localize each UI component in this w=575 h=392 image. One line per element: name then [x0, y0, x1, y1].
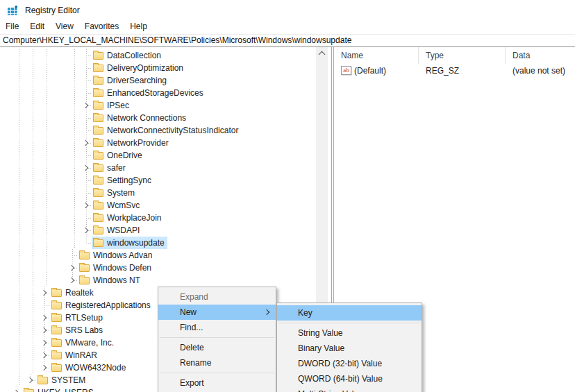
- tree-guide-line: [26, 274, 40, 287]
- column-header-name[interactable]: Name: [334, 47, 419, 64]
- tree-item-windows-nt[interactable]: Windows NT: [0, 274, 316, 287]
- expand-chevron-icon[interactable]: [40, 349, 50, 361]
- context-menu-item-delete[interactable]: Delete: [158, 340, 276, 355]
- tree-key[interactable]: NetworkProvider: [92, 137, 172, 149]
- tree-guide-line: [54, 174, 68, 187]
- context-menu: ExpandNewFind...DeleteRenameExportPermis…: [158, 287, 276, 392]
- folder-icon: [79, 264, 90, 272]
- tree-item-ipsec[interactable]: IPSec: [0, 99, 316, 112]
- submenu-item-binary-value[interactable]: Binary Value: [277, 341, 422, 356]
- context-menu-item-rename[interactable]: Rename: [158, 355, 276, 370]
- tree-item-enhancedstoragedevices[interactable]: EnhancedStorageDevices: [0, 87, 316, 99]
- context-menu-item-new[interactable]: New: [158, 305, 276, 320]
- tree-key[interactable]: SRS Labs: [50, 324, 106, 336]
- tree-key[interactable]: DriverSearching: [92, 74, 169, 87]
- tree-key[interactable]: WSDAPI: [92, 224, 142, 237]
- submenu-item-dword-32-bit-value[interactable]: DWORD (32-bit) Value: [277, 356, 422, 371]
- tree-key[interactable]: NetworkConnectivityStatusIndicator: [92, 124, 241, 137]
- folder-icon: [51, 314, 62, 322]
- tree-key[interactable]: Windows Defen: [78, 262, 154, 274]
- tree-key[interactable]: WcmSvc: [92, 199, 142, 212]
- tree-item-safer[interactable]: safer: [0, 162, 316, 174]
- expand-chevron-icon[interactable]: [82, 199, 92, 212]
- tree-key[interactable]: SYSTEM: [36, 374, 88, 386]
- expand-chevron-icon[interactable]: [68, 262, 78, 274]
- menu-help[interactable]: Help: [124, 21, 153, 33]
- menu-file[interactable]: File: [0, 21, 24, 33]
- tree-key[interactable]: VMware, Inc.: [50, 336, 117, 349]
- expand-chevron-icon[interactable]: [12, 386, 22, 392]
- tree-key[interactable]: EnhancedStorageDevices: [92, 87, 206, 99]
- tree-item-windows-advan[interactable]: Windows Advan: [0, 249, 316, 262]
- submenu-item-string-value[interactable]: String Value: [277, 325, 422, 341]
- submenu-item-key[interactable]: Key: [277, 305, 422, 321]
- tree-key[interactable]: IPSec: [92, 99, 132, 112]
- tree-item-label: HKEY_USERS: [34, 388, 94, 392]
- tree-key[interactable]: System: [92, 187, 138, 199]
- tree-item-onedrive[interactable]: OneDrive: [0, 149, 316, 162]
- folder-icon: [24, 389, 34, 392]
- expand-chevron-icon[interactable]: [40, 324, 50, 336]
- tree-item-wcmsvc[interactable]: WcmSvc: [0, 199, 316, 212]
- tree-key[interactable]: Windows NT: [78, 274, 143, 287]
- submenu-item-multi-string-value[interactable]: Multi-String Value: [277, 386, 422, 392]
- tree-guide-line: [40, 249, 54, 262]
- selected-key[interactable]: windowsupdate: [92, 237, 167, 249]
- tree-key[interactable]: HKEY_USERS: [22, 386, 97, 392]
- tree-key[interactable]: DeliveryOptimization: [92, 62, 186, 74]
- tree-item-system[interactable]: System: [0, 187, 316, 199]
- tree-guide-line: [12, 199, 26, 212]
- tree-key[interactable]: WinRAR: [50, 349, 100, 361]
- expand-chevron-icon[interactable]: [40, 312, 50, 324]
- tree-item-windows-defen[interactable]: Windows Defen: [0, 262, 316, 274]
- tree-key[interactable]: DataCollection: [92, 49, 164, 62]
- menu-view[interactable]: View: [50, 21, 79, 33]
- value-row-default[interactable]: ab (Default) REG_SZ (value not set): [334, 64, 575, 77]
- tree-key[interactable]: RTLSetup: [50, 312, 106, 324]
- tree-item-windowsupdate[interactable]: windowsupdate: [0, 237, 316, 249]
- scroll-up-button[interactable]: [316, 47, 328, 59]
- tree-key[interactable]: Windows Advan: [78, 249, 155, 262]
- column-header-data[interactable]: Data: [506, 47, 575, 64]
- tree-key[interactable]: Network Connections: [92, 112, 189, 124]
- expand-chevron-icon[interactable]: [40, 361, 50, 374]
- address-input[interactable]: [0, 35, 575, 46]
- expand-chevron-icon[interactable]: [40, 336, 50, 349]
- tree-guide-line: [40, 99, 54, 112]
- tree-key[interactable]: Realtek: [50, 287, 97, 299]
- expand-chevron-icon[interactable]: [26, 374, 36, 386]
- tree-item-label: RTLSetup: [62, 313, 103, 323]
- tree-item-deliveryoptimization[interactable]: DeliveryOptimization: [0, 62, 316, 74]
- expand-chevron-icon[interactable]: [82, 137, 92, 149]
- tree-item-wsdapi[interactable]: WSDAPI: [0, 224, 316, 237]
- tree-guide-line: [68, 149, 82, 162]
- expand-chevron-icon[interactable]: [40, 287, 50, 299]
- menu-edit[interactable]: Edit: [24, 21, 50, 33]
- tree-item-driversearching[interactable]: DriverSearching: [0, 74, 316, 87]
- tree-item-workplacejoin[interactable]: WorkplaceJoin: [0, 212, 316, 224]
- tree-guide-line: [68, 212, 82, 224]
- submenu-item-qword-64-bit-value[interactable]: QWORD (64-bit) Value: [277, 371, 422, 386]
- expand-chevron-icon[interactable]: [68, 274, 78, 287]
- tree-item-settingsync[interactable]: SettingSync: [0, 174, 316, 187]
- tree-key[interactable]: WorkplaceJoin: [92, 212, 164, 224]
- expand-chevron-icon[interactable]: [82, 224, 92, 237]
- tree-key[interactable]: safer: [92, 162, 128, 174]
- tree-key[interactable]: OneDrive: [92, 149, 145, 162]
- menu-favorites[interactable]: Favorites: [79, 21, 124, 33]
- tree-item-networkprovider[interactable]: NetworkProvider: [0, 137, 316, 149]
- tree-guide-line: [54, 49, 68, 62]
- tree-key[interactable]: SettingSync: [92, 174, 154, 187]
- tree-key[interactable]: RegisteredApplications: [50, 299, 153, 312]
- expand-chevron-icon[interactable]: [82, 162, 92, 174]
- tree-key[interactable]: WOW6432Node: [50, 361, 128, 374]
- context-menu-item-find[interactable]: Find...: [158, 320, 276, 335]
- context-menu-item-export[interactable]: Export: [158, 375, 276, 391]
- tree-guide-line: [54, 249, 68, 262]
- tree-item-networkconnectivitystatusindicator[interactable]: NetworkConnectivityStatusIndicator: [0, 124, 316, 137]
- tree-item-datacollection[interactable]: DataCollection: [0, 49, 316, 62]
- tree-guide-line: [12, 187, 26, 199]
- column-header-type[interactable]: Type: [419, 47, 506, 64]
- tree-item-network-connections[interactable]: Network Connections: [0, 112, 316, 124]
- expand-chevron-icon[interactable]: [82, 99, 92, 112]
